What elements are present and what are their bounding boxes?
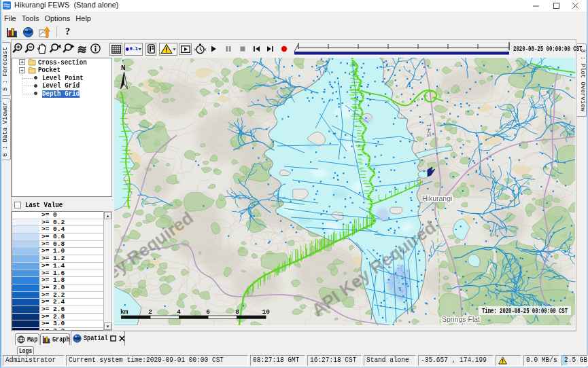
pan-hand-icon[interactable] (36, 43, 48, 55)
legend-row[interactable]: >= 1.4 (12, 263, 110, 270)
legend-label: >= 1.8 (39, 277, 110, 284)
tab-map[interactable]: Map (15, 333, 39, 345)
status-cell-5: -35.657 , 174.199 (418, 355, 494, 366)
profile-display-button[interactable] (145, 43, 156, 56)
sidebar-tab-plot-overview[interactable]: 3 : Plot Overview (577, 43, 587, 117)
last-value-checkbox[interactable] (14, 202, 21, 208)
pause-icon[interactable] (224, 45, 232, 53)
menu-file[interactable]: File (1, 13, 19, 24)
map-display-icon[interactable] (22, 26, 34, 38)
layers-icon[interactable] (76, 43, 88, 55)
legend-label: >= 1.6 (39, 270, 110, 277)
step-back-icon[interactable] (252, 45, 261, 53)
profile-icon (148, 44, 155, 54)
main-toolbar: ? (1, 24, 587, 39)
tab-spatial[interactable]: Spatial (71, 331, 125, 346)
zoom-out-icon[interactable] (24, 43, 35, 55)
minimize-icon (533, 3, 539, 9)
map-canvas[interactable]: API Key Required API Key Required N Hiku… (114, 58, 575, 325)
legend-label: >= 2.4 (39, 299, 110, 306)
legend-panel: Last Value >= 0>= 0.2>= 0.4>= 0.6>= 0.8>… (12, 198, 112, 331)
legend-label: >= 2.0 (39, 284, 110, 291)
wire-globe-icon (17, 335, 25, 344)
info-icon[interactable] (90, 43, 101, 55)
legend-label: >= 2.8 (39, 314, 110, 320)
time-slider-bar[interactable] (294, 52, 509, 55)
scroll-down-icon[interactable]: ▼ (104, 323, 111, 330)
legend-list: >= 0>= 0.2>= 0.4>= 0.6>= 0.8>= 1.0>= 1.2… (12, 211, 111, 331)
sidebar-tab-forecast[interactable]: 5 : Forecast (2, 42, 11, 96)
road-label-sh1: SH 1 (426, 124, 432, 137)
chevron-down-icon (138, 48, 142, 51)
animation-button[interactable] (179, 43, 192, 55)
scale-tick-label: 10 (262, 308, 271, 316)
legend-swatch (12, 292, 39, 299)
tree-item-cross-section[interactable]: +Cross-section (12, 58, 111, 67)
town-label-springs-flat: Springs Flat (442, 315, 480, 323)
record-icon[interactable] (280, 45, 288, 53)
legend-row[interactable]: >= 2.0 (12, 284, 110, 292)
title-bar: Hikurangi FEWS (Stand alone) (1, 0, 587, 12)
logs-browser-icon[interactable] (6, 26, 18, 38)
legend-swatch (12, 314, 39, 320)
last-value-row: Last Value (12, 200, 66, 210)
map-time-label: Time: 2020-08-25 00:00:00 CST (479, 306, 571, 315)
status-cell-1: Current system time:2020-09-01 00:00 CST (66, 355, 248, 366)
play-icon[interactable] (209, 45, 218, 53)
step-forward-icon[interactable] (266, 45, 275, 53)
app-window: Hikurangi FEWS (Stand alone) FileToolsOp… (0, 0, 588, 368)
menu-help[interactable]: Help (73, 13, 94, 24)
legend-swatch (12, 270, 39, 277)
tree-connector-line (22, 86, 33, 86)
scale-tick-label: 4 (177, 308, 181, 316)
legend-label: >= 0.4 (39, 226, 110, 233)
status-cell-3: 16:27:18 CST (307, 355, 362, 366)
time-slider[interactable] (294, 41, 510, 57)
tree-item-label: Level Point (42, 75, 84, 82)
close-button[interactable] (565, 0, 585, 12)
timer-icon[interactable] (194, 43, 207, 56)
scroll-up-icon[interactable]: ▲ (104, 212, 111, 219)
legend-label: >= 0 (39, 212, 110, 219)
legend-label: >= 0.8 (39, 241, 110, 248)
interval-value: 0.1 (129, 46, 137, 52)
zoom-previous-icon[interactable] (49, 43, 61, 55)
menu-options[interactable]: Options (41, 13, 73, 24)
map-toolbar: 0.1 (12, 40, 576, 58)
thresholds-dropdown[interactable] (159, 43, 177, 56)
minimize-button[interactable] (525, 0, 546, 12)
sidebar-tab-data-viewer[interactable]: 6 : Data Viewer (2, 98, 11, 160)
close-tab-icon[interactable] (119, 335, 125, 342)
legend-swatch (12, 255, 39, 262)
legend-swatch (12, 219, 39, 226)
contour-interval-dropdown[interactable]: 0.1 (124, 43, 143, 56)
town-label-hikurangi: Hikurangi (422, 194, 452, 202)
status-cell-8: 2.5 GB (561, 355, 588, 366)
toolbar-separator (56, 26, 57, 37)
restore-tab-icon[interactable] (110, 335, 116, 342)
stop-icon[interactable] (239, 45, 247, 53)
scale-tick-label: 8 (235, 308, 239, 316)
expand-icon[interactable]: + (19, 59, 25, 65)
tree-connector-line (22, 69, 22, 94)
tree-item-pocket[interactable]: −Pocket (12, 67, 111, 75)
help-icon[interactable]: ? (65, 26, 70, 37)
maximize-icon (553, 3, 559, 9)
maximize-button[interactable] (546, 0, 566, 12)
scale-tick-label: 2 (148, 308, 152, 316)
status-cell-0: Administrator (3, 355, 65, 366)
bar-chart-icon (42, 335, 50, 344)
tab-graph[interactable]: Graph (40, 333, 70, 345)
grid-display-button[interactable] (109, 43, 122, 56)
left-tab-strip: 5 : Forecast 6 : Data Viewer (1, 39, 11, 354)
import-export-icon[interactable] (39, 26, 50, 38)
time-slider-ruler (294, 41, 510, 57)
tree-item-label: Cross-section (38, 59, 87, 67)
menu-tools[interactable]: Tools (19, 13, 42, 24)
status-cell-text: 16:27:18 CST (310, 356, 356, 365)
map-viewport[interactable]: API Key Required API Key Required N Hiku… (114, 58, 575, 325)
zoom-next-icon[interactable] (63, 43, 75, 55)
legend-scrollbar[interactable]: ▲ ▼ (103, 211, 112, 331)
zoom-in-icon[interactable] (12, 43, 23, 55)
legend-swatch (12, 284, 39, 291)
